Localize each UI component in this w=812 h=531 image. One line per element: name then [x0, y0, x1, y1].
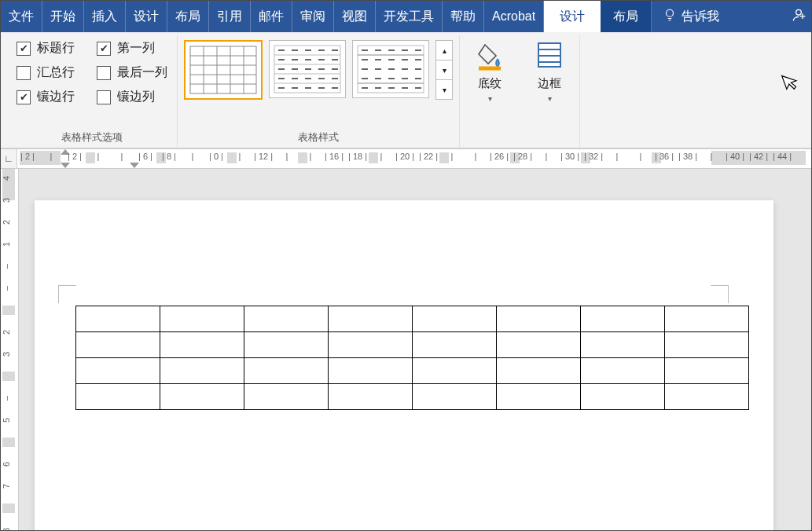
table-cell[interactable] [76, 306, 160, 332]
table-cell[interactable] [497, 306, 581, 332]
table-cell[interactable] [244, 384, 329, 410]
tab-table-design[interactable]: 设计 [544, 1, 601, 32]
tab-file[interactable]: 文件 [1, 1, 42, 32]
chk-total-row[interactable]: 汇总行 [17, 64, 75, 81]
table-cell[interactable] [160, 384, 244, 410]
indent-left-marker[interactable] [61, 163, 70, 168]
table-cell[interactable] [413, 332, 497, 358]
ruler-mark: | 26 | [490, 152, 509, 161]
table-cell[interactable] [244, 332, 329, 358]
table-cell[interactable] [160, 358, 244, 384]
style-thumb-3[interactable] [352, 40, 429, 98]
tab-references[interactable]: 引用 [209, 1, 251, 32]
table-cell[interactable] [244, 358, 329, 384]
table-row[interactable] [76, 332, 749, 358]
checkbox-icon [17, 66, 31, 80]
chk-banded-col[interactable]: 镶边列 [97, 89, 167, 105]
style-thumb-1[interactable] [184, 40, 263, 100]
ruler-mark: | [121, 152, 123, 161]
table-row[interactable] [76, 306, 749, 332]
paint-bucket-icon [474, 40, 505, 73]
ruler-mark: | [546, 152, 548, 161]
table-cell[interactable] [497, 384, 581, 410]
tab-design[interactable]: 设计 [126, 1, 167, 32]
ruler-mark: | 38 | [678, 152, 697, 161]
gallery-nav: ▴ ▾ ▾ [435, 40, 453, 100]
table-cell[interactable] [497, 332, 581, 358]
mouse-cursor-icon [779, 69, 804, 99]
ruler-mark: | [192, 152, 194, 161]
ruler-vertical[interactable]: 4321–––23––5–67–8 [1, 169, 19, 530]
table-cell[interactable] [665, 384, 749, 410]
table-cell[interactable] [76, 332, 160, 358]
table-cell[interactable] [665, 306, 749, 332]
tab-developer[interactable]: 开发工具 [376, 1, 443, 32]
ruler-mark: | 28 | [513, 152, 532, 161]
tell-me-search[interactable]: 告诉我 [652, 1, 730, 32]
table-row[interactable] [76, 384, 749, 410]
table-cell[interactable] [76, 358, 160, 384]
tab-table-layout[interactable]: 布局 [601, 1, 652, 32]
tab-mailings[interactable]: 邮件 [251, 1, 292, 32]
table-cell[interactable] [329, 384, 413, 410]
document-canvas[interactable] [19, 169, 811, 530]
table-cell[interactable] [160, 306, 244, 332]
table-cell[interactable] [581, 306, 665, 332]
ruler-corner[interactable]: ∟ [1, 149, 17, 168]
svg-point-1 [796, 9, 802, 15]
share-button[interactable] [786, 1, 811, 32]
tab-view[interactable]: 视图 [334, 1, 376, 32]
table-cell[interactable] [665, 358, 749, 384]
table-cell[interactable] [160, 332, 244, 358]
borders-button[interactable]: 边框 ▾ [526, 35, 573, 103]
tab-home[interactable]: 开始 [42, 1, 84, 32]
gallery-more-button[interactable]: ▾ [435, 80, 453, 100]
ruler-mark: 4 [2, 176, 11, 181]
table-cell[interactable] [413, 384, 497, 410]
chevron-down-icon: ▾ [443, 66, 446, 75]
chk-header-row[interactable]: 标题行 [17, 40, 75, 57]
app-window: 文件 开始 插入 设计 布局 引用 邮件 审阅 视图 开发工具 帮助 Acrob… [0, 0, 812, 531]
ruler-mark: | 42 | [749, 152, 768, 161]
group-table-style-options: 标题行 汇总行 镶边行 第一列 最后一列 镶边列 表格样式选项 [7, 35, 178, 148]
style-thumb-2[interactable] [269, 40, 346, 98]
table-cell[interactable] [244, 306, 329, 332]
tab-acrobat[interactable]: Acrobat [484, 1, 544, 32]
ruler-mark: | 22 | [419, 152, 438, 161]
tab-insert[interactable]: 插入 [84, 1, 126, 32]
gallery-next-button[interactable]: ▾ [435, 60, 453, 80]
indent-hanging-marker[interactable] [130, 163, 139, 168]
table-row[interactable] [76, 358, 749, 384]
gallery-prev-button[interactable]: ▴ [435, 40, 453, 60]
table-cell[interactable] [497, 358, 581, 384]
tab-review[interactable]: 审阅 [292, 1, 334, 32]
tell-me-label: 告诉我 [682, 9, 719, 25]
ruler-mark: | 6 | [138, 152, 152, 161]
table-cell[interactable] [76, 384, 160, 410]
ruler-mark: | 8 | [162, 152, 176, 161]
table-cell[interactable] [329, 358, 413, 384]
table-cell[interactable] [581, 384, 665, 410]
ruler-horizontal[interactable]: ∟ | 2 ||| 2 |||| 6 || 8 ||| 0 ||| 12 |||… [1, 148, 811, 169]
chk-last-col[interactable]: 最后一列 [97, 64, 167, 81]
ruler-mark: | 44 | [773, 152, 792, 161]
table-cell[interactable] [413, 306, 497, 332]
share-icon [791, 7, 806, 26]
shading-button[interactable]: 底纹 ▾ [466, 35, 513, 103]
table-cell[interactable] [329, 332, 413, 358]
ruler-mark: | [310, 152, 312, 161]
tab-layout[interactable]: 布局 [167, 1, 209, 32]
table-cell[interactable] [413, 358, 497, 384]
document-table[interactable] [75, 306, 749, 410]
table-cell[interactable] [329, 306, 413, 332]
table-cell[interactable] [581, 358, 665, 384]
ruler-mark: 7 [2, 484, 11, 489]
ruler-mark: | 12 | [254, 152, 273, 161]
table-cell[interactable] [665, 332, 749, 358]
chk-first-col[interactable]: 第一列 [97, 40, 167, 57]
page[interactable] [35, 200, 773, 530]
ruler-mark: | [640, 152, 642, 161]
table-cell[interactable] [581, 332, 665, 358]
chk-banded-row[interactable]: 镶边行 [17, 89, 75, 105]
tab-help[interactable]: 帮助 [443, 1, 484, 32]
